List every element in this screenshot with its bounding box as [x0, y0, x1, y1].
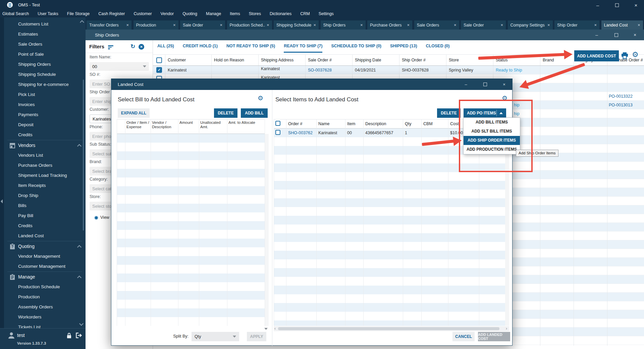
tab-sale-orders[interactable]: Sale Orders× — [414, 20, 459, 30]
status-tab-credit-hold-1[interactable]: CREDIT HOLD (1) — [183, 42, 218, 53]
sidebar-item-payments[interactable]: Payments — [4, 110, 86, 120]
view-toggle[interactable] — [94, 216, 98, 220]
tab-close-icon[interactable]: × — [360, 22, 363, 28]
tab-transfer-orders[interactable]: Transfer Orders× — [87, 20, 131, 30]
menu-item-global-search[interactable]: Global Search — [2, 11, 29, 16]
sidebar-item-vendors-list[interactable]: Vendors List — [4, 150, 86, 160]
sale-order-link[interactable]: SO-0037628 — [308, 66, 352, 74]
sidebar-scrollbar[interactable] — [83, 80, 84, 231]
tab-purchase-orders[interactable]: Purchase Orders× — [367, 20, 412, 30]
tab-close-icon[interactable]: × — [500, 22, 503, 28]
filter-input-item-name[interactable]: 00 — [90, 62, 149, 71]
status-tab-closed-0[interactable]: CLOSED (0) — [426, 42, 450, 53]
sidebar-item-point-of-sale[interactable]: Point of Sale — [4, 49, 86, 59]
sidebar-section-vendors[interactable]: Vendors — [4, 140, 86, 150]
sidebar-item-credits[interactable]: Credits — [4, 221, 86, 231]
tab-production-sched[interactable]: Production Sched...× — [227, 20, 272, 30]
tab-company-settings[interactable]: Company Settings× — [508, 20, 553, 30]
column-header-sale-order[interactable]: Sale Order # — [308, 54, 352, 66]
modal-add-landed-cost-button[interactable]: ADD LANDED COST — [478, 332, 510, 341]
tab-shipping-schedule[interactable]: Shipping Schedule× — [274, 20, 319, 30]
column-header-shipping-date[interactable]: Shipping Date — [355, 54, 398, 66]
tab-close-icon[interactable]: × — [594, 22, 597, 28]
tab-close-icon[interactable]: × — [454, 22, 457, 28]
tab-close-icon[interactable]: × — [407, 22, 410, 28]
sidebar-item-sale-orders[interactable]: Sale Orders — [4, 39, 86, 49]
left-scrollbar-track[interactable] — [265, 134, 269, 326]
left-delete-button[interactable]: DELETE — [214, 108, 237, 118]
sidebar-item-shipping-orders[interactable]: Shipping Orders — [4, 59, 86, 69]
menu-item-settings[interactable]: Settings — [319, 11, 334, 16]
add-bill-button[interactable]: ADD BILL — [241, 108, 268, 118]
add-landed-cost-button[interactable]: ADD LANDED COST — [574, 50, 619, 61]
split-by-select[interactable]: Qty — [192, 332, 239, 341]
menu-item-stores[interactable]: Stores — [249, 11, 261, 16]
menu-item-items[interactable]: Items — [230, 11, 240, 16]
tab-sale-order[interactable]: Sale Order× — [461, 20, 506, 30]
menu-item-dictionaries[interactable]: Dictionaries — [270, 11, 291, 16]
tab-sale-order[interactable]: Sale Order× — [180, 20, 225, 30]
status-tab-all-25[interactable]: ALL (25) — [157, 42, 174, 53]
sidebar-item-vendor-management[interactable]: Vendor Management — [4, 251, 86, 261]
collapse-sidebar-icon[interactable] — [1, 199, 3, 203]
menu-item-user-tasks[interactable]: User Tasks — [38, 11, 58, 16]
sidebar-item-landed-cost[interactable]: Landed Cost — [4, 231, 86, 241]
sidebar-item-item-receipts[interactable]: Item Receipts — [4, 181, 86, 191]
menu-item-file-storage[interactable]: File Storage — [67, 11, 90, 16]
menu-item-crm[interactable]: CRM — [300, 11, 310, 16]
select-all-checkbox[interactable] — [156, 57, 162, 63]
sidebar-item-pick-list[interactable]: Pick List — [4, 90, 86, 100]
sidebar-section-quoting[interactable]: ?Quoting — [4, 241, 86, 251]
column-header-shipping-address[interactable]: Shipping Address — [261, 54, 305, 66]
scroll-left-icon[interactable]: ‹ — [274, 326, 278, 331]
menu-item-customer[interactable]: Customer — [133, 11, 152, 16]
apply-button[interactable]: APPLY — [247, 332, 266, 341]
purchase-order-link[interactable]: PO-0013013 — [609, 101, 644, 109]
modal-minimize-button[interactable]: – — [459, 79, 473, 90]
sidebar-item-pay-bill[interactable]: Pay Bill — [4, 211, 86, 221]
menu-item-cash-register[interactable]: Cash Register — [98, 11, 125, 16]
select-all-checkbox[interactable] — [275, 121, 280, 126]
expand-all-button[interactable]: EXPAND ALL — [118, 108, 150, 118]
tab-close-icon[interactable]: × — [126, 22, 129, 28]
refresh-icon[interactable]: ↻ — [130, 43, 135, 50]
sidebar-item-workorders[interactable]: Workorders — [4, 312, 86, 322]
status-tab-ready-to-ship-7[interactable]: READY TO SHIP (7) — [284, 42, 322, 53]
restore-button[interactable] — [609, 0, 625, 10]
sidebar-item-shipment-load-tracking[interactable]: Shipment Load Tracking — [4, 170, 86, 181]
tab-close-icon[interactable]: × — [313, 22, 316, 28]
status-tab-not-ready-to-ship-5[interactable]: NOT READY TO SHIP (5) — [226, 42, 275, 53]
right-delete-button[interactable]: DELETE — [437, 108, 461, 118]
sidebar-item-shipping-for-e-commerce[interactable]: Shipping for e-commerce — [4, 80, 86, 90]
menu-item-manage[interactable]: Manage — [206, 11, 221, 16]
status-tab-scheduled-to-ship-0[interactable]: SCHEDULED TO SHIP (0) — [331, 42, 381, 53]
modal-restore-button[interactable] — [478, 79, 492, 90]
status-link[interactable]: Ready to Ship — [496, 66, 539, 74]
sidebar-item-drop-ship[interactable]: Drop Ship — [4, 191, 86, 201]
close-button[interactable]: × — [628, 0, 644, 10]
sidebar-item-shipping-schedule[interactable]: Shipping Schedule — [4, 69, 86, 80]
sidebar-item-bills[interactable]: Bills — [4, 201, 86, 211]
sidebar-item-production-schedule[interactable]: Production Schedule — [4, 282, 86, 292]
tab-close-icon[interactable]: × — [220, 22, 222, 28]
tab-close-icon[interactable]: × — [267, 22, 269, 28]
ship-order-link[interactable]: SHO-003762 — [288, 129, 313, 137]
sidebar-item-customer-management[interactable]: Customer Management — [4, 261, 86, 271]
tab-close-icon[interactable]: × — [547, 22, 550, 28]
sidebar-item-estimates[interactable]: Estimates — [4, 29, 86, 39]
sidebar-item-tickets-list[interactable]: Tickets List — [4, 322, 86, 328]
sidebar-item-invoices[interactable]: Invoices — [4, 100, 86, 110]
row-checkbox[interactable] — [275, 130, 280, 135]
tab-ship-order[interactable]: Ship Order× — [554, 20, 599, 30]
lock-icon[interactable] — [66, 333, 72, 339]
tab-landed-cost[interactable]: Landed Cost× — [601, 20, 643, 30]
tab-ship-orders[interactable]: Ship Orders× — [321, 20, 366, 30]
sidebar-item-deposit[interactable]: Deposit — [4, 120, 86, 130]
gear-icon[interactable]: ⚙ — [632, 50, 639, 59]
scroll-right-icon[interactable]: › — [506, 326, 509, 331]
modal-close-button[interactable]: × — [497, 79, 512, 90]
panel-restore-button[interactable] — [608, 30, 624, 40]
menu-item-quoting[interactable]: Quoting — [182, 11, 197, 16]
sidebar-collapse-strip[interactable] — [0, 17, 4, 349]
sidebar-item-production[interactable]: Production — [4, 292, 86, 302]
